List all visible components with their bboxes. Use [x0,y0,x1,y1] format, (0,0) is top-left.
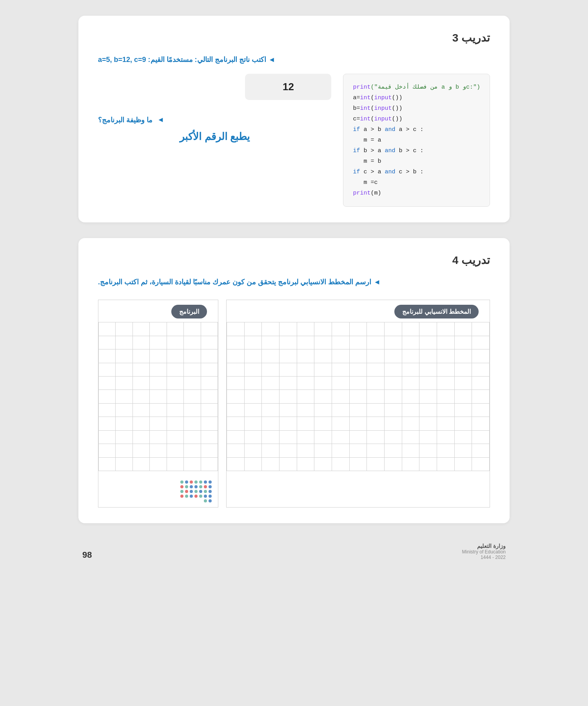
flowchart-cell[interactable] [349,430,367,444]
flowchart-cell[interactable] [262,390,279,403]
program-cell[interactable] [184,336,201,349]
program-cell[interactable] [201,322,218,336]
flowchart-cell[interactable] [385,457,402,471]
flowchart-cell[interactable] [227,377,245,390]
program-cell[interactable] [99,403,116,417]
flowchart-cell[interactable] [419,363,437,376]
flowchart-cell[interactable] [314,322,332,336]
program-cell[interactable] [116,363,132,376]
flowchart-cell[interactable] [297,336,314,349]
flowchart-cell[interactable] [262,403,279,417]
flowchart-cell[interactable] [454,444,472,457]
flowchart-cell[interactable] [367,322,385,336]
program-cell[interactable] [167,417,183,430]
flowchart-cell[interactable] [227,444,245,457]
program-cell[interactable] [150,430,167,444]
flowchart-cell[interactable] [402,349,419,363]
program-cell[interactable] [201,430,218,444]
flowchart-cell[interactable] [332,322,350,336]
flowchart-cell[interactable] [472,403,490,417]
flowchart-cell[interactable] [472,430,490,444]
flowchart-cell[interactable] [227,457,245,471]
flowchart-cell[interactable] [227,349,245,363]
flowchart-cell[interactable] [454,363,472,376]
program-cell[interactable] [184,349,201,363]
program-cell[interactable] [132,430,149,444]
flowchart-cell[interactable] [244,322,262,336]
flowchart-cell[interactable] [314,349,332,363]
flowchart-cell[interactable] [437,457,455,471]
program-cell[interactable] [150,444,167,457]
program-cell[interactable] [132,457,149,471]
flowchart-cell[interactable] [472,363,490,376]
program-cell[interactable] [150,457,167,471]
program-cell[interactable] [99,322,116,336]
flowchart-cell[interactable] [385,403,402,417]
flowchart-cell[interactable] [402,457,419,471]
flowchart-cell[interactable] [297,417,314,430]
program-cell[interactable] [99,444,116,457]
flowchart-cell[interactable] [472,390,490,403]
flowchart-cell[interactable] [332,363,350,376]
flowchart-cell[interactable] [454,336,472,349]
flowchart-cell[interactable] [349,349,367,363]
program-cell[interactable] [132,377,149,390]
flowchart-cell[interactable] [314,430,332,444]
program-cell[interactable] [116,403,132,417]
program-cell[interactable] [184,430,201,444]
flowchart-cell[interactable] [472,336,490,349]
flowchart-cell[interactable] [454,390,472,403]
program-cell[interactable] [116,444,132,457]
flowchart-cell[interactable] [332,430,350,444]
program-cell[interactable] [116,377,132,390]
flowchart-cell[interactable] [349,336,367,349]
program-cell[interactable] [201,363,218,376]
program-cell[interactable] [132,444,149,457]
flowchart-cell[interactable] [437,403,455,417]
flowchart-cell[interactable] [332,457,350,471]
flowchart-cell[interactable] [314,363,332,376]
flowchart-cell[interactable] [262,430,279,444]
flowchart-cell[interactable] [367,444,385,457]
flowchart-cell[interactable] [367,390,385,403]
flowchart-cell[interactable] [349,457,367,471]
flowchart-cell[interactable] [454,349,472,363]
flowchart-cell[interactable] [402,322,419,336]
program-cell[interactable] [184,363,201,376]
program-cell[interactable] [132,403,149,417]
flowchart-cell[interactable] [332,444,350,457]
flowchart-cell[interactable] [472,377,490,390]
flowchart-cell[interactable] [279,457,297,471]
flowchart-cell[interactable] [244,363,262,376]
flowchart-cell[interactable] [402,444,419,457]
flowchart-cell[interactable] [367,349,385,363]
flowchart-cell[interactable] [402,417,419,430]
flowchart-cell[interactable] [367,336,385,349]
flowchart-cell[interactable] [297,390,314,403]
program-cell[interactable] [132,390,149,403]
program-cell[interactable] [201,377,218,390]
flowchart-cell[interactable] [227,390,245,403]
flowchart-cell[interactable] [419,322,437,336]
flowchart-cell[interactable] [419,390,437,403]
program-cell[interactable] [167,336,183,349]
flowchart-cell[interactable] [349,444,367,457]
flowchart-cell[interactable] [332,417,350,430]
flowchart-cell[interactable] [244,349,262,363]
program-cell[interactable] [150,363,167,376]
program-cell[interactable] [150,417,167,430]
flowchart-cell[interactable] [419,430,437,444]
flowchart-cell[interactable] [279,417,297,430]
flowchart-cell[interactable] [279,322,297,336]
flowchart-cell[interactable] [279,444,297,457]
program-cell[interactable] [99,336,116,349]
flowchart-cell[interactable] [349,403,367,417]
program-cell[interactable] [184,403,201,417]
program-cell[interactable] [167,363,183,376]
program-cell[interactable] [99,377,116,390]
flowchart-cell[interactable] [314,390,332,403]
flowchart-cell[interactable] [349,363,367,376]
program-cell[interactable] [167,349,183,363]
flowchart-cell[interactable] [385,349,402,363]
program-cell[interactable] [167,377,183,390]
